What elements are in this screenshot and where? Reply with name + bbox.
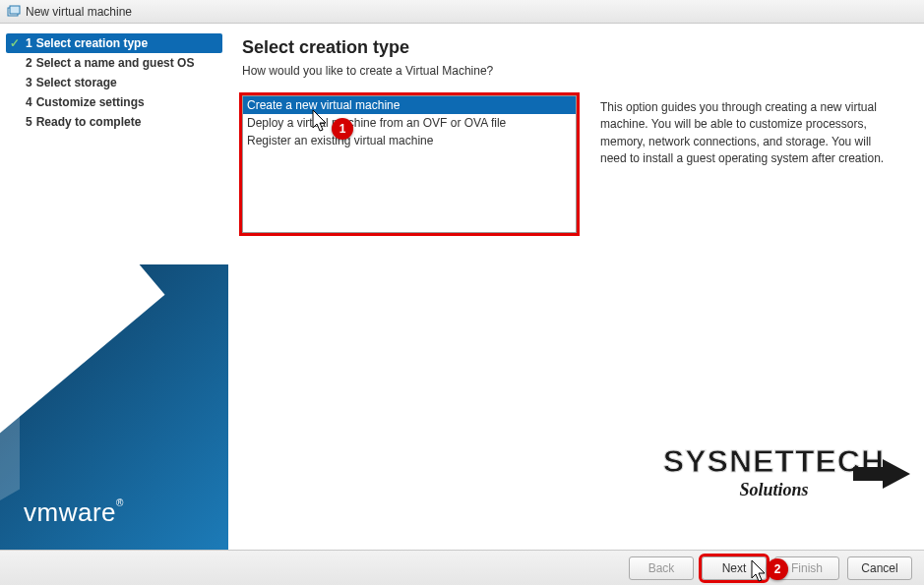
content-row: Create a new virtual machine Deploy a vi…: [242, 95, 904, 233]
wizard-step-name-guest-os[interactable]: 2 Select a name and guest OS: [6, 53, 222, 73]
watermark: SYSNETTECH Solutions: [663, 443, 885, 500]
annotation-callout-1: 1: [332, 118, 353, 140]
svg-rect-1: [10, 6, 20, 14]
arrow-icon: [853, 449, 912, 498]
page-subtitle: How would you like to create a Virtual M…: [242, 64, 904, 78]
option-deploy-ovf[interactable]: Deploy a virtual machine from an OVF or …: [243, 114, 576, 132]
wizard-step-ready[interactable]: 5 Ready to complete: [6, 112, 222, 132]
vmware-logo: vmware®: [24, 497, 124, 528]
annotation-callout-2: 2: [767, 558, 788, 580]
wizard-step-select-storage[interactable]: 3 Select storage: [6, 73, 222, 92]
window-titlebar: New virtual machine: [0, 0, 924, 24]
checkmark-icon: ✓: [10, 36, 24, 50]
wizard-sidebar: ✓ 1 Select creation type 2 Select a name…: [0, 24, 228, 550]
cancel-button[interactable]: Cancel: [847, 556, 912, 580]
vm-icon: [6, 4, 22, 20]
next-button[interactable]: Next: [702, 556, 767, 580]
wizard-step-customize[interactable]: 4 Customize settings: [6, 92, 222, 112]
wizard-step-creation-type[interactable]: ✓ 1 Select creation type: [6, 33, 222, 53]
wizard-main: Select creation type How would you like …: [228, 24, 924, 550]
wizard-footer: Back Next 2 Finish Cancel: [0, 550, 924, 585]
creation-options-list[interactable]: Create a new virtual machine Deploy a vi…: [242, 95, 577, 233]
wizard-body: ✓ 1 Select creation type 2 Select a name…: [0, 24, 924, 550]
option-description: This option guides you through creating …: [600, 95, 904, 233]
option-create-new-vm[interactable]: Create a new virtual machine: [243, 96, 576, 114]
page-title: Select creation type: [242, 37, 904, 58]
option-register-existing[interactable]: Register an existing virtual machine: [243, 132, 576, 149]
back-button[interactable]: Back: [629, 556, 694, 580]
window-title: New virtual machine: [26, 5, 132, 19]
wizard-steps: ✓ 1 Select creation type 2 Select a name…: [0, 24, 228, 142]
svg-marker-2: [853, 459, 910, 489]
